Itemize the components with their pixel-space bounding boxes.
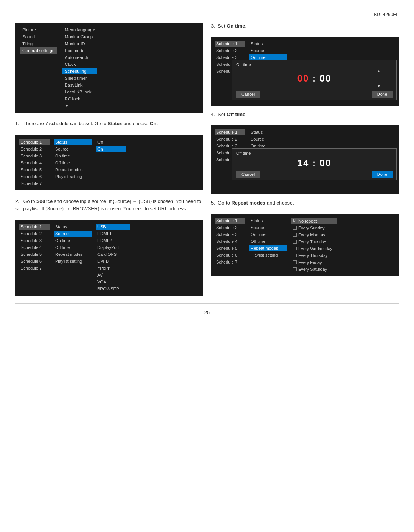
opt3-source[interactable]: Source	[249, 47, 288, 54]
src-vga[interactable]: VGA	[96, 279, 130, 285]
sched3-item2[interactable]: Schedule 2	[215, 47, 245, 54]
repeat-thursday[interactable]: Every Thursday	[291, 252, 337, 259]
opt4-status[interactable]: Status	[249, 129, 288, 135]
menu-left-items: Picture Sound Tiling General settings	[20, 27, 57, 109]
ontime-cancel-button[interactable]: Cancel	[236, 91, 260, 98]
sched1-item3[interactable]: Schedule 3	[19, 153, 50, 159]
opt1-status[interactable]: Status	[54, 139, 92, 145]
menu-item-sound[interactable]: Sound	[20, 34, 57, 40]
sched4-item2[interactable]: Schedule 2	[215, 136, 245, 142]
sched2-item5[interactable]: Schedule 5	[19, 251, 50, 257]
sched5-item4[interactable]: Schedule 4	[215, 238, 245, 244]
menu-item-language[interactable]: Menu language	[62, 27, 97, 33]
src-usb[interactable]: USB	[96, 224, 130, 230]
menu-item-monitor-group[interactable]: Monitor Group	[62, 34, 97, 40]
opt5-offtime[interactable]: Off time	[249, 238, 288, 244]
repeat-tuesday[interactable]: Every Tuesday	[291, 239, 337, 245]
repeat-monday[interactable]: Every Monday	[291, 232, 337, 238]
opt2-status[interactable]: Status	[54, 224, 92, 230]
sched5-item2[interactable]: Schedule 2	[215, 224, 245, 231]
menu-item-picture[interactable]: Picture	[20, 27, 57, 33]
sched2-item4[interactable]: Schedule 4	[19, 244, 50, 250]
schedule-options-1: Status Source On time Off time Repeat mo…	[54, 139, 92, 187]
repeat-sunday[interactable]: Every Sunday	[291, 225, 337, 231]
sched5-item3[interactable]: Schedule 3	[215, 231, 245, 237]
offtime-cancel-button[interactable]: Cancel	[236, 171, 260, 178]
menu-item-clock[interactable]: Clock	[62, 61, 97, 67]
right-column: 3. Set On time. Schedule 1 Schedule 2 Sc…	[211, 23, 399, 296]
ontime-done-button[interactable]: Done	[372, 91, 393, 98]
src-dvid[interactable]: DVI-D	[96, 258, 130, 264]
menu-item-scroll-down[interactable]: ▼	[62, 103, 97, 109]
menu-item-auto-search[interactable]: Auto search	[62, 54, 97, 61]
menu-item-monitor-id[interactable]: Monitor ID	[62, 41, 97, 47]
schedule-screen-repeat: Schedule 1 Schedule 2 Schedule 3 Schedul…	[211, 214, 399, 276]
page-number: 25	[15, 309, 399, 315]
opt1-repeat[interactable]: Repeat modes	[54, 167, 92, 173]
menu-item-easylink[interactable]: EasyLink	[62, 82, 97, 88]
opt1-source[interactable]: Source	[54, 146, 92, 152]
repeat-no-repeat[interactable]: ☑ No repeat	[291, 218, 337, 224]
opt1-ontime[interactable]: On time	[54, 153, 92, 159]
sched2-item1[interactable]: Schedule 1	[19, 224, 50, 230]
no-repeat-label: No repeat	[298, 219, 317, 223]
menu-item-eco[interactable]: Eco mode	[62, 47, 97, 54]
repeat-wednesday[interactable]: Every Wednesday	[291, 246, 337, 252]
opt3-status[interactable]: Status	[249, 41, 288, 47]
src-cardops[interactable]: Card OPS	[96, 251, 130, 257]
repeat-friday[interactable]: Every Friday	[291, 259, 337, 265]
sched1-item1[interactable]: Schedule 1	[19, 139, 50, 145]
schedule-values-status: Off On	[96, 139, 127, 187]
val-off[interactable]: Off	[96, 139, 127, 145]
opt4-source[interactable]: Source	[249, 136, 288, 142]
src-displayport[interactable]: DisplayPort	[96, 244, 130, 250]
menu-item-scheduling[interactable]: Scheduling	[62, 68, 97, 74]
opt5-source[interactable]: Source	[249, 224, 288, 231]
sched2-item6[interactable]: Schedule 6	[19, 258, 50, 264]
menu-item-rc-lock[interactable]: RC lock	[62, 96, 97, 102]
opt2-repeat[interactable]: Repeat modes	[54, 251, 92, 257]
ontime-arrow-up[interactable]: ▲	[236, 69, 393, 73]
sched5-item1[interactable]: Schedule 1	[215, 218, 245, 224]
sunday-label: Every Sunday	[298, 226, 324, 230]
menu-item-sleep-timer[interactable]: Sleep timer	[62, 75, 97, 81]
opt2-source[interactable]: Source	[54, 231, 92, 237]
sched4-item1[interactable]: Schedule 1	[215, 129, 245, 135]
src-hdmi2[interactable]: HDMI 2	[96, 237, 130, 244]
menu-item-kb-lock[interactable]: Local KB lock	[62, 89, 97, 95]
src-hdmi1[interactable]: HDMI 1	[96, 231, 130, 237]
step1-text: 1. There are 7 schedule can be set. Go t…	[15, 120, 203, 128]
opt2-ontime[interactable]: On time	[54, 237, 92, 244]
sched1-item4[interactable]: Schedule 4	[19, 160, 50, 166]
opt1-offtime[interactable]: Off time	[54, 160, 92, 166]
src-ypbpr[interactable]: YPbPr	[96, 265, 130, 271]
sched1-item2[interactable]: Schedule 2	[19, 146, 50, 152]
val-on[interactable]: On	[96, 146, 127, 152]
opt2-offtime[interactable]: Off time	[54, 244, 92, 250]
offtime-done-button[interactable]: Done	[372, 171, 393, 178]
sched1-item5[interactable]: Schedule 5	[19, 167, 50, 173]
bottom-line	[15, 303, 399, 304]
opt1-playlist[interactable]: Playlist setting	[54, 174, 92, 180]
opt5-playlist[interactable]: Playlist setting	[249, 252, 288, 258]
sched2-item3[interactable]: Schedule 3	[19, 237, 50, 244]
opt5-ontime[interactable]: On time	[249, 231, 288, 237]
sched3-item1[interactable]: Schedule 1	[215, 41, 245, 47]
sched5-item6[interactable]: Schedule 6	[215, 252, 245, 258]
sched1-item7[interactable]: Schedule 7	[19, 180, 50, 187]
src-av[interactable]: AV	[96, 272, 130, 278]
sched1-item6[interactable]: Schedule 6	[19, 174, 50, 180]
src-browser[interactable]: BROWSER	[96, 286, 130, 292]
ontime-arrow-down[interactable]: ▼	[236, 84, 393, 88]
sched5-item7[interactable]: Schedule 7	[215, 259, 245, 265]
opt2-playlist[interactable]: Playlist setting	[54, 258, 92, 264]
opt5-repeat[interactable]: Repeat modes	[249, 245, 288, 251]
menu-item-tiling[interactable]: Tiling	[20, 41, 57, 47]
sched5-item5[interactable]: Schedule 5	[215, 245, 245, 251]
friday-checkbox	[293, 260, 297, 264]
opt5-status[interactable]: Status	[249, 218, 288, 224]
menu-item-general[interactable]: General settings	[20, 47, 57, 54]
sched2-item7[interactable]: Schedule 7	[19, 265, 50, 271]
repeat-saturday[interactable]: Every Saturday	[291, 266, 337, 272]
sched2-item2[interactable]: Schedule 2	[19, 231, 50, 237]
